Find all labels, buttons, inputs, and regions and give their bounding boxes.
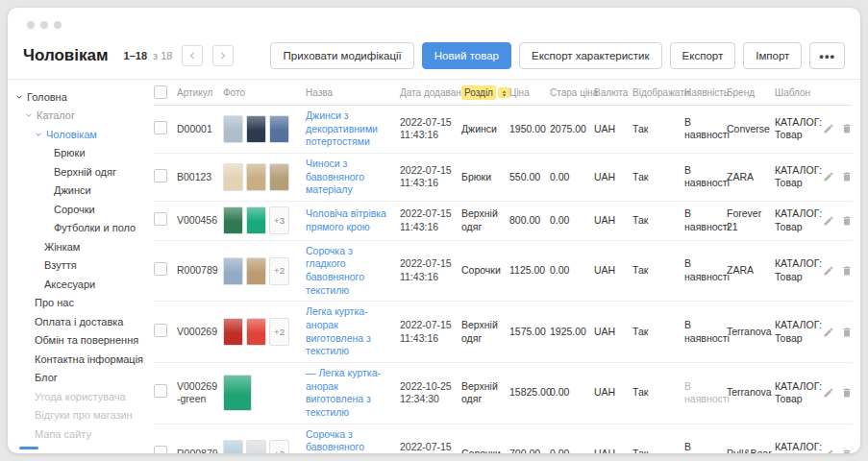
product-name-link[interactable]: Сорочка з бавовняного матеріалу притален… [306, 428, 395, 453]
edit-icon[interactable] [823, 171, 834, 182]
column-header-brand[interactable]: Бренд [727, 87, 775, 98]
product-photo[interactable] [223, 206, 243, 234]
row-checkbox[interactable] [154, 169, 167, 182]
edit-icon[interactable] [823, 123, 834, 134]
sidebar-item[interactable]: Брюки [8, 144, 150, 163]
product-photo[interactable] [223, 163, 243, 191]
sidebar-item[interactable]: Чоловікам [8, 125, 150, 144]
edit-icon[interactable] [823, 215, 834, 227]
window-control-icon[interactable] [54, 21, 62, 29]
row-checkbox[interactable] [154, 121, 167, 134]
edit-icon[interactable] [823, 327, 834, 338]
sidebar-item[interactable]: Аксесуари [8, 275, 150, 294]
delete-icon[interactable] [841, 387, 853, 399]
delete-icon[interactable] [841, 171, 853, 182]
next-page-button[interactable] [212, 45, 234, 66]
product-photo[interactable] [246, 115, 266, 143]
sidebar-item[interactable]: Про нас [8, 294, 150, 313]
delete-icon[interactable] [841, 449, 853, 453]
column-header-template[interactable]: Шаблон [775, 87, 823, 98]
currency-cell: UAH [594, 119, 632, 140]
sort-icon[interactable] [498, 87, 510, 98]
product-photo[interactable] [246, 257, 266, 285]
sidebar-item[interactable]: Каталог [8, 107, 150, 126]
product-photo[interactable] [246, 163, 266, 191]
sidebar-item[interactable]: Верхній одяг [8, 162, 150, 182]
sidebar-item[interactable]: Обмін та повернення [8, 331, 150, 351]
hide-modifications-button[interactable]: Приховати модифікації [270, 42, 413, 69]
chevron-down-icon[interactable] [35, 131, 42, 138]
delete-icon[interactable] [841, 215, 853, 227]
select-all-checkbox[interactable] [154, 85, 167, 99]
section-cell: Верхній одяг [461, 315, 509, 349]
column-header-section[interactable]: Розділ [461, 85, 509, 100]
sidebar-item[interactable]: Мапа сайту [8, 425, 150, 444]
sidebar-item[interactable]: Оплата і доставка [8, 312, 150, 331]
sidebar-item[interactable]: Головна [8, 87, 150, 107]
product-name-link[interactable]: Чоловіча вітрівка прямого крою [306, 207, 395, 233]
main-content: Головна Каталог Чоловікам Брюки Верхній … [8, 80, 860, 453]
export-button[interactable]: Експорт [670, 42, 736, 69]
sidebar-item[interactable]: Блог [8, 369, 150, 388]
sidebar-item[interactable]: Контактна інформація [8, 350, 150, 369]
product-photo[interactable] [223, 115, 243, 143]
sidebar-item[interactable]: Взуття [8, 256, 150, 276]
product-name-link[interactable]: Чиноси з бавовняного матеріалу [306, 158, 395, 197]
delete-icon[interactable] [841, 327, 853, 338]
column-header-name[interactable]: Назва [306, 87, 400, 98]
import-button[interactable]: Імпорт [743, 42, 802, 69]
more-photos-badge[interactable]: +2 [269, 318, 289, 346]
edit-icon[interactable] [823, 387, 834, 399]
column-header-currency[interactable]: Валюта [594, 87, 632, 98]
export-characteristics-button[interactable]: Експорт характеристик [519, 42, 662, 69]
column-header-display[interactable]: Відображати [632, 87, 684, 98]
table-row: B00123 Чиноси з бавовняного матеріалу 20… [154, 154, 853, 202]
more-actions-button[interactable]: ••• [809, 42, 845, 69]
row-checkbox[interactable] [154, 212, 167, 226]
column-header-availability[interactable]: Наявність [684, 87, 727, 98]
product-name-link[interactable]: Сорочка з гладкого бавовняного текстилю [306, 245, 395, 298]
row-checkbox[interactable] [154, 262, 167, 276]
product-photo[interactable] [246, 440, 266, 453]
column-header-old-price[interactable]: Стара ціна [550, 87, 594, 98]
product-photo[interactable] [223, 375, 252, 411]
window-control-icon[interactable] [27, 21, 35, 29]
row-checkbox[interactable] [154, 384, 167, 398]
product-name-link[interactable]: — Легка куртка-анорак виготовлена з текс… [306, 367, 395, 420]
sidebar-item[interactable]: Джинси [8, 182, 150, 201]
column-header-price[interactable]: Ціна [509, 87, 550, 98]
chevron-down-icon[interactable] [25, 111, 33, 119]
product-photo[interactable] [246, 206, 266, 234]
product-photo[interactable] [269, 163, 289, 191]
more-photos-badge[interactable]: +3 [269, 206, 289, 234]
display-cell: Так [632, 119, 684, 140]
product-name-link[interactable]: Джинси з декоративними потертостями [306, 109, 395, 149]
delete-icon[interactable] [841, 123, 853, 134]
sidebar-item[interactable]: Жінкам [8, 237, 150, 256]
edit-icon[interactable] [823, 265, 834, 277]
more-photos-badge[interactable]: +2 [269, 440, 289, 453]
delete-icon[interactable] [841, 265, 853, 277]
product-photo[interactable] [223, 257, 243, 285]
sidebar-item[interactable]: Футболки и поло [8, 219, 150, 238]
prev-page-button[interactable] [182, 45, 203, 66]
product-photo[interactable] [223, 318, 243, 346]
product-photo[interactable] [223, 440, 243, 453]
column-header-photo[interactable]: Фото [223, 87, 306, 98]
column-header-sku[interactable]: Артикул [177, 87, 223, 98]
row-checkbox[interactable] [154, 446, 167, 453]
old-price-cell: 0.00 [550, 444, 594, 453]
sidebar-item[interactable]: Угода користувача [8, 387, 150, 406]
new-product-button[interactable]: Новий товар [422, 42, 511, 69]
product-name-link[interactable]: Легка куртка-анорак виготовлена з тексти… [306, 305, 395, 358]
more-photos-badge[interactable]: +2 [269, 257, 289, 285]
chevron-down-icon[interactable] [15, 93, 23, 101]
row-checkbox[interactable] [154, 324, 167, 337]
product-photo[interactable] [246, 318, 266, 346]
product-photo[interactable] [269, 115, 289, 143]
sidebar-item[interactable]: Сорочки [8, 200, 150, 219]
edit-icon[interactable] [823, 449, 834, 453]
sidebar-item[interactable]: Відгуки про магазин [8, 406, 150, 425]
column-header-date[interactable]: Дата додавання [400, 87, 461, 98]
window-control-icon[interactable] [40, 21, 48, 29]
